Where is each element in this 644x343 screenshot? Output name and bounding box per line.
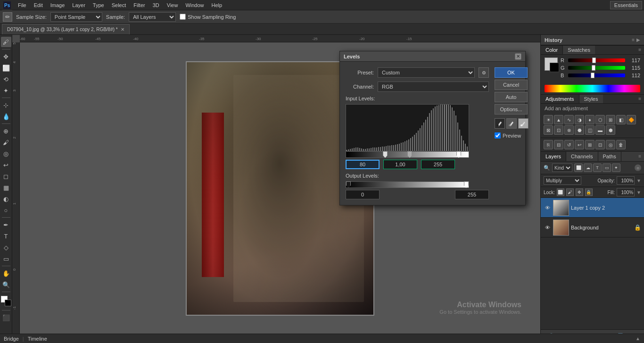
menu-select[interactable]: Select	[108, 1, 130, 9]
layers-panel-options[interactable]: ≡	[636, 152, 644, 161]
input-black-value[interactable]	[346, 160, 380, 169]
tool-magic-wand[interactable]: ✦	[1, 85, 11, 96]
filter-adjust[interactable]: ☁	[584, 163, 592, 172]
menu-image[interactable]: Image	[47, 1, 69, 9]
color-b-slider[interactable]	[568, 74, 625, 77]
color-spectrum-bar[interactable]	[545, 85, 640, 92]
options-button[interactable]: Options...	[495, 104, 528, 114]
input-black-handle[interactable]	[383, 151, 388, 158]
blend-mode-select[interactable]: Multiply	[544, 176, 581, 185]
output-black-value[interactable]	[346, 190, 380, 199]
adj-color-balance[interactable]: ⊞	[606, 115, 615, 124]
input-white-value[interactable]	[421, 160, 455, 169]
channel-select[interactable]: RGB	[378, 82, 489, 92]
adj-posterize[interactable]: ⬣	[575, 125, 584, 135]
tool-clone[interactable]: ◎	[1, 148, 11, 159]
tab-swatches[interactable]: Swatches	[563, 46, 595, 54]
opacity-arrow[interactable]: ▼	[636, 178, 641, 183]
tool-screen-mode[interactable]: ⬛	[1, 312, 11, 323]
show-sampling-ring-checkbox[interactable]	[180, 14, 186, 20]
color-g-thumb[interactable]	[592, 65, 595, 71]
layers-filter-toggle[interactable]: ○	[635, 164, 641, 171]
cancel-button[interactable]: Cancel	[495, 80, 528, 90]
input-mid-handle[interactable]	[407, 151, 412, 158]
sample-select[interactable]: All Layers	[129, 12, 176, 22]
adjustments-panel-options[interactable]: ≡	[636, 95, 644, 103]
menu-type[interactable]: Type	[89, 1, 108, 9]
tab-color[interactable]: Color	[541, 46, 563, 54]
output-slider-track[interactable]	[346, 181, 469, 188]
tool-crop[interactable]: ⊹	[1, 100, 11, 110]
menu-file[interactable]: File	[14, 1, 30, 9]
tool-shape[interactable]: ▭	[1, 253, 11, 264]
dialog-close-button[interactable]: ✕	[515, 53, 521, 60]
adj-vibrance[interactable]: ♦	[585, 115, 594, 124]
tool-dodge[interactable]: ○	[1, 205, 11, 215]
ok-button[interactable]: OK	[495, 67, 528, 78]
color-bg-swatch[interactable]	[550, 63, 559, 72]
preset-settings-btn[interactable]: ⚙	[479, 67, 489, 78]
preset-select[interactable]: Custom	[378, 67, 475, 78]
adj-levels[interactable]: ▲	[554, 115, 563, 124]
filter-smart[interactable]: ✦	[612, 163, 620, 172]
adj-channel-mixer[interactable]: ⊠	[544, 125, 553, 135]
adj-gradient-map[interactable]: ▬	[595, 125, 605, 135]
adj-selective-color[interactable]: ⬢	[606, 125, 615, 135]
adj-brightness[interactable]: ☀	[544, 115, 553, 124]
doc-tab-close[interactable]: ✕	[121, 27, 124, 32]
history-expand-icon[interactable]: ▶	[636, 37, 640, 42]
adj-hsl[interactable]: ⬡	[595, 115, 605, 124]
tab-styles[interactable]: Styles	[579, 95, 603, 103]
sample-size-select[interactable]: Point Sample	[50, 12, 102, 22]
adj-eye[interactable]: ◎	[606, 140, 615, 149]
menu-layer[interactable]: Layer	[68, 1, 89, 9]
tool-heal[interactable]: ⊕	[1, 126, 11, 136]
menu-view[interactable]: View	[163, 1, 182, 9]
lock-transparent[interactable]: ⬜	[557, 188, 564, 196]
menu-3d[interactable]: 3D	[149, 1, 163, 9]
adj-save[interactable]: ⊟	[554, 140, 563, 149]
adj-delete[interactable]: 🗑	[616, 140, 626, 149]
layer-item-0[interactable]: 👁 Layer 1 copy 2	[541, 198, 644, 218]
color-fg-swatch[interactable]	[545, 57, 558, 71]
tool-eraser[interactable]: ◻	[1, 171, 11, 181]
tool-eyedropper2[interactable]: 💧	[1, 111, 11, 122]
eyedropper-black[interactable]	[495, 118, 505, 129]
tool-marquee[interactable]: ⬜	[1, 63, 11, 73]
adj-invert[interactable]: ⊗	[564, 125, 574, 135]
lock-position[interactable]: ✥	[576, 188, 583, 196]
tab-adjustments[interactable]: Adjustments	[541, 95, 579, 103]
menu-help[interactable]: Help	[208, 1, 226, 9]
color-r-thumb[interactable]	[592, 57, 596, 63]
adj-bw[interactable]: ◧	[616, 115, 626, 124]
tool-blur[interactable]: ◐	[1, 194, 11, 204]
tool-hand[interactable]: ✋	[1, 268, 11, 278]
adj-exposure[interactable]: ◑	[575, 115, 584, 124]
fill-arrow[interactable]: ▼	[636, 190, 641, 195]
input-slider-track[interactable]	[346, 151, 469, 158]
tool-eyedropper[interactable]: 🖋	[1, 37, 11, 47]
tool-brush[interactable]: 🖌	[1, 137, 11, 147]
timeline-label[interactable]: Timeline	[28, 336, 47, 342]
color-b-thumb[interactable]	[591, 73, 594, 78]
tool-path[interactable]: ◇	[1, 242, 11, 253]
filter-shape[interactable]: ▭	[603, 163, 611, 172]
tab-paths[interactable]: Paths	[598, 152, 621, 161]
adj-color-lookup[interactable]: ⊡	[554, 125, 563, 135]
adj-mask[interactable]: ⊡	[595, 140, 605, 149]
tool-pen[interactable]: ✒	[1, 220, 11, 230]
preview-checkbox[interactable]	[495, 132, 501, 139]
layer-0-visibility[interactable]: 👁	[544, 204, 551, 212]
tab-channels[interactable]: Channels	[566, 152, 598, 161]
filter-pixel[interactable]: ⬜	[574, 163, 583, 172]
adj-curves[interactable]: ∿	[564, 115, 574, 124]
eyedropper-gray[interactable]	[506, 118, 517, 129]
tool-history-brush[interactable]: ↩	[1, 160, 11, 170]
layer-1-visibility[interactable]: 👁	[544, 224, 551, 231]
auto-button[interactable]: Auto	[495, 92, 528, 102]
tab-layers[interactable]: Layers	[541, 152, 566, 161]
filter-type[interactable]: T	[593, 163, 602, 172]
background-color[interactable]	[5, 300, 11, 306]
mini-bridge-label[interactable]: Bridge	[4, 336, 19, 342]
document-tab[interactable]: D07904_10.jpg @ 33,3% (Layer 1 copy 2, R…	[2, 24, 130, 34]
